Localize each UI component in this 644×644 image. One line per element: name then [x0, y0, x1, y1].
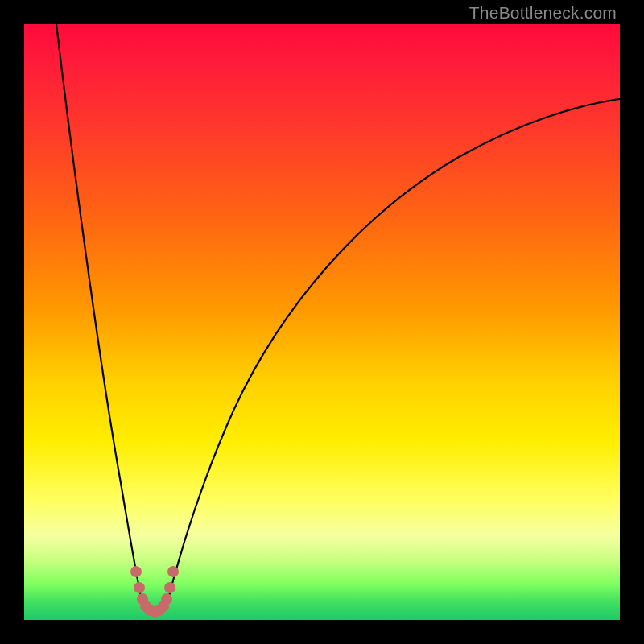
svg-point-10 [167, 566, 179, 577]
svg-point-0 [130, 566, 142, 577]
curve-right-branch [166, 99, 620, 608]
curve-left-branch [56, 24, 143, 608]
svg-point-9 [164, 582, 175, 593]
watermark-text: TheBottleneck.com [469, 3, 617, 23]
minimum-marker-cluster [130, 566, 179, 617]
bottleneck-curve [24, 24, 620, 620]
svg-point-1 [134, 582, 145, 593]
chart-frame: TheBottleneck.com [0, 0, 644, 644]
plot-area [24, 24, 620, 620]
svg-point-8 [161, 593, 172, 605]
